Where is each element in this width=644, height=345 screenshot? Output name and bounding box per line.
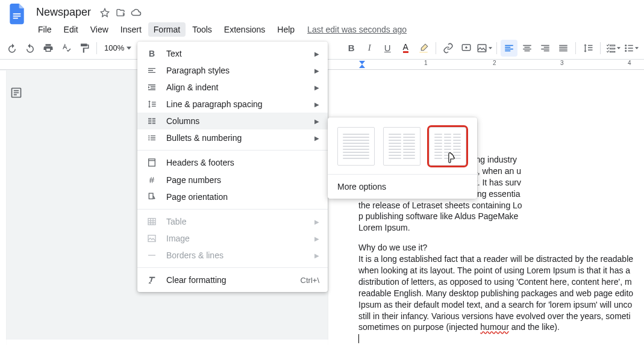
document-title[interactable]: Newspaper	[33, 5, 95, 20]
image-icon	[146, 234, 158, 243]
format-borders-lines: Borders & lines ▶	[137, 247, 328, 264]
svg-rect-1	[13, 16, 21, 17]
columns-option-two[interactable]	[383, 127, 420, 166]
submenu-arrow-icon: ▶	[314, 51, 319, 57]
separator	[496, 42, 497, 54]
svg-point-5	[625, 45, 627, 46]
menu-edit[interactable]: Edit	[58, 22, 84, 37]
columns-more-options[interactable]: More options	[328, 174, 477, 199]
underline-button[interactable]: U	[379, 40, 396, 57]
format-text[interactable]: B Text ▶	[137, 45, 328, 62]
undo-button[interactable]	[4, 40, 20, 57]
submenu-arrow-icon: ▶	[314, 84, 319, 91]
submenu-arrow-icon: ▶	[314, 235, 319, 242]
format-line-spacing[interactable]: Line & paragraph spacing ▶	[137, 96, 328, 113]
format-headers-footers[interactable]: Headers & footers	[137, 154, 328, 171]
spelling-error[interactable]: humour	[480, 322, 508, 332]
move-icon[interactable]	[115, 7, 126, 18]
bold-button[interactable]: B	[343, 40, 360, 57]
svg-rect-12	[149, 159, 155, 166]
zoom-select[interactable]: 100%	[101, 43, 135, 52]
format-bullets[interactable]: Bullets & numbering ▶	[137, 129, 328, 146]
clear-format-icon	[146, 275, 158, 285]
header-footer-icon	[146, 158, 158, 167]
format-paragraph-styles[interactable]: Paragraph styles ▶	[137, 62, 328, 79]
svg-point-6	[625, 47, 627, 49]
menu-divider	[137, 150, 328, 151]
menu-file[interactable]: File	[33, 22, 57, 37]
indent-marker-icon[interactable]	[358, 60, 366, 69]
submenu-arrow-icon: ▶	[314, 219, 319, 225]
format-columns[interactable]: Columns ▶	[137, 113, 328, 129]
format-page-orientation[interactable]: Page orientation	[137, 188, 328, 205]
columns-option-three[interactable]	[429, 127, 466, 166]
orientation-icon	[146, 192, 158, 202]
add-comment-button[interactable]	[458, 40, 475, 57]
svg-rect-14	[148, 219, 155, 225]
document-outline-button[interactable]	[5, 81, 28, 104]
spellcheck-button[interactable]	[58, 40, 75, 57]
align-right-button[interactable]	[537, 40, 554, 57]
separator	[436, 42, 436, 54]
align-center-button[interactable]	[519, 40, 536, 57]
print-button[interactable]	[40, 40, 57, 57]
docs-logo-icon[interactable]	[6, 4, 28, 25]
insert-link-button[interactable]	[440, 40, 457, 57]
text-cursor	[358, 334, 359, 343]
menu-divider	[137, 209, 328, 210]
menu-divider	[137, 267, 328, 268]
hash-icon: #	[146, 175, 158, 185]
ruler-number: 4	[628, 60, 631, 66]
submenu-arrow-icon: ▶	[314, 101, 319, 108]
ruler-number: 2	[493, 60, 496, 66]
separator	[575, 42, 576, 54]
indent-icon	[146, 82, 158, 92]
header-bar: Newspaper File Edit View Insert Format T…	[0, 0, 644, 37]
separator	[96, 42, 97, 54]
text-color-button[interactable]: A	[397, 40, 414, 57]
ruler-number: 1	[424, 60, 428, 66]
align-justify-button[interactable]	[555, 40, 572, 57]
cloud-status-icon[interactable]	[131, 7, 142, 18]
svg-rect-0	[13, 13, 21, 14]
menu-tools[interactable]: Tools	[187, 22, 217, 37]
cursor-pointer-icon	[445, 152, 457, 166]
submenu-arrow-icon: ▶	[314, 118, 319, 125]
menu-format[interactable]: Format	[148, 22, 186, 37]
format-clear-formatting[interactable]: Clear formatting Ctrl+\	[137, 272, 328, 288]
page-sliver	[0, 70, 6, 345]
keyboard-shortcut: Ctrl+\	[301, 276, 319, 285]
ruler-number: 3	[560, 60, 564, 66]
star-icon[interactable]	[99, 7, 110, 18]
menu-extensions[interactable]: Extensions	[219, 22, 270, 37]
list-icon	[146, 133, 158, 143]
menu-help[interactable]: Help	[272, 22, 300, 37]
menu-bar: File Edit View Insert Format Tools Exten…	[33, 21, 407, 37]
document-page[interactable]: text of the printing and typesetting ind…	[328, 70, 644, 345]
table-icon	[146, 217, 158, 226]
columns-submenu: More options	[328, 117, 477, 199]
align-left-button[interactable]	[501, 40, 517, 57]
last-edit-link[interactable]: Last edit was seconds ago	[307, 25, 407, 34]
columns-option-one[interactable]	[337, 127, 375, 166]
format-page-numbers[interactable]: # Page numbers	[137, 171, 328, 188]
line-icon	[146, 250, 158, 260]
checklist-button[interactable]	[604, 40, 621, 57]
svg-point-7	[625, 50, 627, 52]
menu-insert[interactable]: Insert	[115, 22, 147, 37]
submenu-arrow-icon: ▶	[314, 135, 319, 141]
format-table: Table ▶	[137, 213, 328, 230]
menu-view[interactable]: View	[85, 22, 114, 37]
submenu-arrow-icon: ▶	[314, 252, 319, 259]
svg-point-11	[148, 139, 149, 140]
highlight-button[interactable]	[415, 40, 432, 57]
redo-button[interactable]	[22, 40, 39, 57]
svg-rect-2	[13, 17, 18, 19]
line-spacing-button[interactable]	[580, 40, 596, 57]
bulleted-list-button[interactable]	[622, 40, 639, 57]
paragraph-icon	[146, 66, 158, 75]
insert-image-button[interactable]	[476, 40, 493, 57]
format-align-indent[interactable]: Align & indent ▶	[137, 79, 328, 96]
italic-button[interactable]: I	[361, 40, 378, 57]
paint-format-button[interactable]	[76, 40, 93, 57]
